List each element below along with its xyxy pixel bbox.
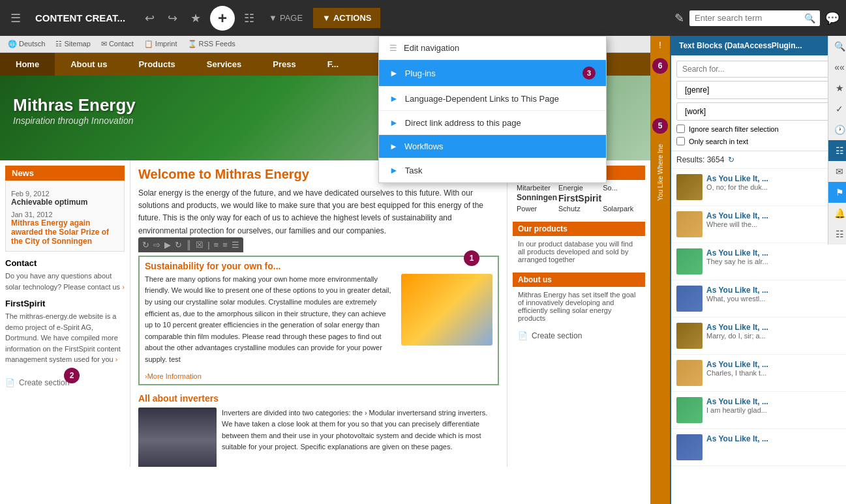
tb-item-preview-3: They say he is alr...	[706, 258, 841, 265]
news-item-2[interactable]: Mithras Energy again awarded the Solar P…	[11, 218, 119, 246]
topic-5[interactable]: FirstSpirit	[558, 193, 601, 203]
side-grid-btn[interactable]: ☷	[828, 140, 846, 161]
nav-home[interactable]: Home	[0, 53, 55, 76]
tb-search-input[interactable]	[676, 61, 841, 78]
ignore-filter-checkbox[interactable]	[676, 125, 685, 133]
art-btn-2[interactable]: ⇨	[153, 240, 160, 250]
tb-item-4[interactable]: As You Like It, ... What, you wrestl...	[671, 280, 846, 318]
tb-item-title-3: As You Like It, ...	[706, 248, 841, 258]
contact-text: Do you have any questions about solar te…	[5, 271, 125, 292]
create-section-button[interactable]: 📄 Create section	[5, 373, 69, 393]
tb-item-1[interactable]: As You Like It, ... O, no; for the duk..…	[671, 169, 846, 206]
tb-item-5[interactable]: As You Like It, ... Marry, do I, sir; a.…	[671, 318, 846, 355]
topic-1[interactable]: Mitarbeiter	[517, 184, 557, 192]
side-icons: 🔍 «« ★ ✓ 🕐 ☷ ✉ ⚑ 🔔 ☷	[828, 36, 846, 245]
topbar-deutsch[interactable]: 🌐 Deutsch	[8, 40, 45, 48]
tb-item-3[interactable]: As You Like It, ... They say he is alr..…	[671, 243, 846, 280]
contact-link[interactable]: ›	[122, 283, 125, 291]
firstspirit-link[interactable]: ›	[115, 355, 118, 363]
side-chevron-btn[interactable]: ««	[828, 57, 846, 78]
top-toolbar: ☰ CONTENT CREAT... ↩ ↪ ★ + ☷ ▼ PAGE ▼ AC…	[0, 0, 846, 36]
only-text-checkbox[interactable]	[676, 137, 685, 145]
menu-task[interactable]: ► Task	[379, 158, 606, 183]
nav-products[interactable]: Products	[123, 53, 190, 76]
page-button[interactable]: ▼ PAGE	[264, 10, 308, 25]
products-text: In our product database you will find al…	[518, 240, 640, 263]
pencil-button[interactable]: ✎	[674, 11, 684, 25]
art-btn-8[interactable]: ≡	[214, 240, 219, 250]
side-flag-btn[interactable]: ⚑	[828, 182, 846, 203]
topbar-contact[interactable]: ✉ Contact	[101, 40, 134, 48]
art-btn-10[interactable]: ☰	[232, 240, 239, 250]
plugins-label: Plug-ins	[405, 68, 436, 78]
tb-item-7[interactable]: As You Like It, ... I am heartily glad..…	[671, 392, 846, 429]
menu-lang-links[interactable]: ► Language-Dependent Links to This Page	[379, 87, 606, 111]
art-btn-6[interactable]: ☒	[196, 240, 204, 250]
art-btn-7[interactable]: |	[207, 240, 209, 250]
article-1-more[interactable]: ›More Information	[140, 371, 498, 384]
menu-workflows[interactable]: ► Workflows	[379, 135, 606, 158]
tb-item-title-7: As You Like It, ...	[706, 397, 841, 406]
art-btn-9[interactable]: ≡	[222, 240, 228, 250]
menu-direct-link[interactable]: ► Direct link address to this page	[379, 111, 606, 135]
art-btn-4[interactable]: ↻	[175, 240, 182, 250]
article-2-text: Inverters are divided into two categorie…	[222, 408, 499, 467]
app-title: CONTENT CREAT...	[35, 12, 125, 23]
grid-button[interactable]: ☷	[240, 8, 258, 28]
create-section-icon: 📄	[5, 378, 15, 387]
side-star-btn[interactable]: ★	[828, 78, 846, 98]
side-search-btn[interactable]: 🔍	[828, 36, 846, 57]
nav-about[interactable]: About us	[55, 53, 123, 76]
article-toolbar: ↻ ⇨ ▶ ↻ ║ ☒ | ≡ ≡ ☰	[138, 237, 243, 252]
side-mail-btn[interactable]: ✉	[828, 161, 846, 182]
side-check-btn[interactable]: ✓	[828, 98, 846, 119]
menu-edit-nav[interactable]: ☰ Edit navigation	[379, 37, 606, 60]
tb-results-row: Results: 3654 ↻	[671, 151, 846, 169]
nav-services[interactable]: Services	[191, 53, 258, 76]
nav-more[interactable]: F...	[312, 53, 354, 76]
undo-button[interactable]: ↩	[141, 8, 159, 28]
genre-select[interactable]: [genre]	[676, 81, 841, 99]
art-btn-1[interactable]: ↻	[142, 240, 149, 250]
news-section: News Feb 9, 2012 Achievable optimum Jan …	[5, 166, 125, 252]
hamburger-button[interactable]: ☰	[7, 8, 25, 28]
tb-item-text-7: As You Like It, ... I am heartily glad..…	[706, 397, 841, 414]
tb-item-8[interactable]: As You Like It, ...	[671, 429, 846, 466]
edit-nav-icon: ☰	[389, 43, 397, 53]
topic-4[interactable]: Sonningen	[517, 193, 557, 203]
redo-button[interactable]: ↪	[164, 8, 181, 28]
nav-press[interactable]: Press	[257, 53, 311, 76]
tb-item-2[interactable]: As You Like It, ... Where will the... 4	[671, 206, 846, 243]
tb-item-6[interactable]: As You Like It, ... Charles, I thank t..…	[671, 355, 846, 392]
side-clock-btn[interactable]: 🕐	[828, 119, 846, 140]
topic-2[interactable]: Energie	[558, 184, 601, 192]
topic-3[interactable]: So...	[603, 184, 641, 192]
create-section-sidebar-button[interactable]: 📄 Create section	[513, 326, 587, 346]
topbar-imprint[interactable]: 📋 Imprint	[144, 40, 177, 48]
contact-section: Contact Do you have any questions about …	[5, 258, 125, 292]
news-item-1[interactable]: Achievable optimum	[11, 198, 119, 207]
side-bell-btn[interactable]: 🔔	[828, 203, 846, 224]
topic-9[interactable]: Solarpark	[603, 205, 641, 213]
work-select[interactable]: [work]	[676, 102, 841, 121]
topbar-sitemap[interactable]: ☷ Sitemap	[55, 40, 90, 48]
topic-8[interactable]: Schutz	[558, 205, 601, 213]
topic-7[interactable]: Power	[517, 205, 557, 213]
chat-button[interactable]: 💬	[825, 11, 839, 25]
topic-6[interactable]	[603, 193, 641, 203]
search-input[interactable]	[695, 13, 804, 23]
contact-title: Contact	[5, 258, 125, 268]
menu-plugins[interactable]: ► Plug-ins 3	[379, 60, 606, 87]
direct-link-arrow-icon: ►	[389, 117, 399, 128]
topbar-rss[interactable]: ⌛ RSS Feeds	[188, 40, 235, 48]
orange-icon-1[interactable]: !	[659, 40, 661, 50]
side-layout-btn[interactable]: ☷	[828, 224, 846, 245]
star-button[interactable]: ★	[187, 8, 205, 28]
welcome-text: Solar energy is the energy of the future…	[138, 187, 499, 237]
add-button[interactable]: +	[210, 6, 235, 31]
tb-item-title-2: As You Like It, ...	[706, 211, 841, 220]
actions-button[interactable]: ▼ ACTIONS	[313, 8, 380, 28]
art-btn-3[interactable]: ▶	[164, 240, 171, 250]
refresh-icon[interactable]: ↻	[728, 155, 734, 164]
art-btn-5[interactable]: ║	[186, 240, 192, 250]
